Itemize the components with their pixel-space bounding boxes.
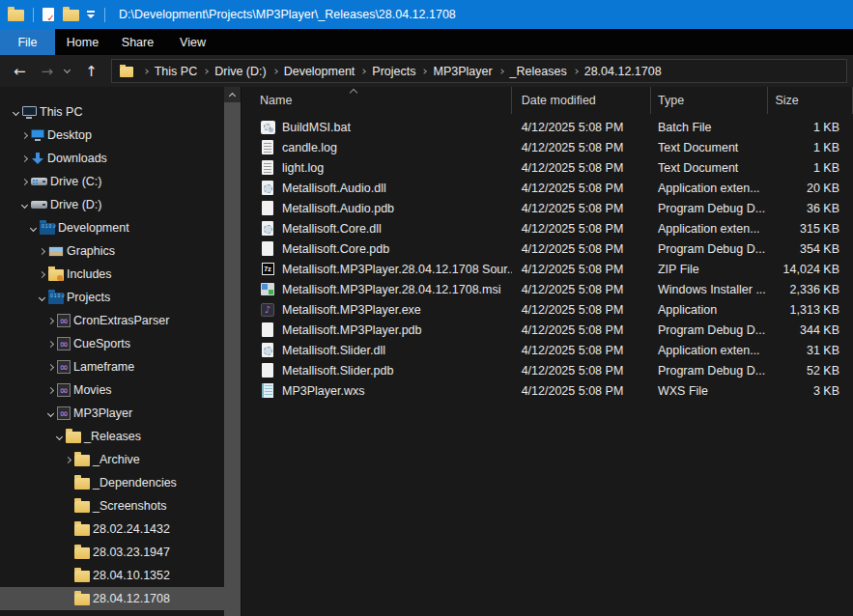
sidebar-item-28-03-23-1947[interactable]: 28.03.23.1947 [0, 541, 224, 564]
tree-chevron-icon[interactable] [39, 270, 45, 277]
breadcrumb-item-development[interactable]: Development [267, 65, 355, 78]
sidebar-item-desktop[interactable]: Desktop [0, 124, 224, 147]
file-row-metallisoft-audio-pdb[interactable]: Metallisoft.Audio.pdb 4/12/2025 5:08 PM … [242, 198, 853, 218]
tab-view[interactable]: View [165, 29, 220, 55]
tree-item-label: This PC [40, 105, 82, 119]
sidebar-item-movies[interactable]: Movies [0, 378, 224, 402]
file-date-modified: 4/12/2025 5:08 PM [512, 202, 651, 215]
tree-chevron-icon[interactable] [47, 363, 54, 370]
sidebar-item-28-04-12-1708[interactable]: 28.04.12.1708 [0, 587, 224, 610]
sidebar-item-projects[interactable]: Projects [0, 286, 224, 309]
file-row-metallisoft-mp3player-28-04-12-1708-msi[interactable]: Metallisoft.MP3Player.28.04.12.1708.msi … [242, 279, 853, 299]
forward-button[interactable]: → [34, 63, 62, 80]
breadcrumb-item-this-pc[interactable]: This PC [137, 65, 197, 78]
breadcrumb-item-projects[interactable]: Projects [355, 65, 415, 78]
file-row-metallisoft-audio-dll[interactable]: Metallisoft.Audio.dll 4/12/2025 5:08 PM … [242, 178, 853, 198]
tree-item-label: Development [58, 221, 129, 235]
file-row-metallisoft-mp3player-28-04-12-1708-sour-[interactable]: Metallisoft.MP3Player.28.04.12.1708 Sour… [242, 259, 853, 279]
file-row-metallisoft-core-dll[interactable]: Metallisoft.Core.dll 4/12/2025 5:08 PM A… [242, 218, 853, 238]
sidebar-item-28-02-24-1432[interactable]: 28.02.24.1432 [0, 518, 224, 541]
tree-item-label: Desktop [47, 128, 92, 142]
tree-chevron-icon[interactable] [21, 201, 28, 208]
sidebar-item-lameframe[interactable]: Lameframe [0, 355, 224, 378]
back-button[interactable]: ← [6, 63, 34, 80]
breadcrumb-item-28-04-12-1708[interactable]: 28.04.12.1708 [567, 65, 662, 78]
tree-chevron-icon[interactable] [21, 178, 28, 184]
up-button[interactable]: ↑ [77, 63, 105, 80]
file-row-metallisoft-mp3player-pdb[interactable]: Metallisoft.MP3Player.pdb 4/12/2025 5:08… [242, 320, 853, 340]
file-row-mp3player-wxs[interactable]: MP3Player.wxs 4/12/2025 5:08 PM WXS File… [242, 380, 853, 401]
sidebar-item--screenshots[interactable]: _Screenshots [0, 494, 224, 518]
sidebar-item-cronextrasparser[interactable]: CronExtrasParser [0, 309, 224, 332]
tab-file[interactable]: File [0, 29, 55, 55]
tree-chevron-icon[interactable] [47, 317, 54, 323]
sidebar-item-drive-c-[interactable]: Drive (C:) [0, 170, 224, 193]
sidebar-item-graphics[interactable]: Graphics [0, 239, 224, 263]
tree-chevron-icon[interactable] [47, 340, 54, 347]
file-row-light-log[interactable]: light.log 4/12/2025 5:08 PM Text Documen… [242, 157, 853, 178]
column-header-date-modified[interactable]: Date modified [512, 87, 651, 114]
breadcrumb-chevron-icon [360, 69, 366, 74]
sidebar-scrollbar[interactable] [224, 87, 241, 616]
file-size: 2,336 KB [768, 283, 853, 296]
tree-chevron-icon[interactable] [39, 294, 45, 300]
customize-toolbar-dropdown-icon[interactable] [86, 10, 96, 19]
file-date-modified: 4/12/2025 5:08 PM [512, 323, 651, 337]
tab-home[interactable]: Home [55, 29, 110, 55]
breadcrumb-chevron-icon [272, 69, 278, 74]
navigation-bar: ← → ↑ This PC Drive (D:) Development Pro… [0, 55, 853, 87]
file-type: WXS File [651, 384, 768, 398]
address-bar[interactable]: This PC Drive (D:) Development Projects … [111, 59, 847, 83]
desktop-icon [31, 129, 44, 138]
column-header-size[interactable]: Size [768, 87, 853, 114]
tab-share[interactable]: Share [110, 29, 165, 55]
properties-icon[interactable] [43, 8, 54, 21]
file-date-modified: 4/12/2025 5:08 PM [512, 364, 651, 378]
sidebar-item-development[interactable]: Development [0, 216, 224, 239]
file-size: 1,313 KB [768, 303, 853, 317]
file-row-metallisoft-mp3player-exe[interactable]: Metallisoft.MP3Player.exe 4/12/2025 5:08… [242, 299, 853, 320]
sidebar-item-drive-d-[interactable]: Drive (D:) [0, 193, 224, 216]
tree-chevron-icon[interactable] [47, 409, 54, 416]
sidebar-item--archive[interactable]: _Archive [0, 448, 224, 471]
file-row-metallisoft-slider-dll[interactable]: Metallisoft.Slider.dll 4/12/2025 5:08 PM… [242, 340, 853, 360]
tree-item-label: _Releases [84, 430, 141, 443]
tree-chevron-icon[interactable] [13, 108, 19, 115]
column-header-name[interactable]: Name [242, 87, 512, 114]
dll-file-icon [262, 181, 273, 195]
file-row-candle-log[interactable]: candle.log 4/12/2025 5:08 PM Text Docume… [242, 137, 853, 157]
tree-chevron-icon[interactable] [30, 224, 37, 231]
recent-locations-dropdown-icon[interactable] [64, 67, 71, 73]
file-row-metallisoft-core-pdb[interactable]: Metallisoft.Core.pdb 4/12/2025 5:08 PM P… [242, 238, 853, 259]
file-size: 344 KB [768, 323, 853, 337]
tree-chevron-icon[interactable] [21, 131, 28, 138]
sidebar-item-mp3player[interactable]: MP3Player [0, 402, 224, 425]
scrollbar-thumb[interactable] [224, 102, 241, 616]
explorer-folder-icon[interactable] [8, 10, 24, 21]
sidebar-item-28-04-10-1352[interactable]: 28.04.10.1352 [0, 564, 224, 587]
sidebar-item-includes[interactable]: Includes [0, 263, 224, 286]
breadcrumb-item-drive-d-[interactable]: Drive (D:) [197, 65, 266, 78]
sidebar-item-cuesports[interactable]: CueSports [0, 332, 224, 355]
scroll-up-arrow-icon[interactable] [224, 87, 241, 102]
file-date-modified: 4/12/2025 5:08 PM [512, 283, 651, 296]
sidebar-item-downloads[interactable]: Downloads [0, 147, 224, 170]
sidebar-item--dependencies[interactable]: _Dependencies [0, 471, 224, 494]
tree-chevron-icon[interactable] [47, 386, 54, 393]
sidebar-item--releases[interactable]: _Releases [0, 425, 224, 448]
tree-chevron-icon[interactable] [39, 247, 45, 254]
column-header-type[interactable]: Type [651, 87, 768, 114]
breadcrumb-item-mp3player[interactable]: MP3Player [415, 65, 492, 78]
sidebar-item-this-pc[interactable]: This PC [0, 100, 224, 124]
tree-chevron-icon[interactable] [21, 154, 28, 161]
file-size: 52 KB [768, 364, 853, 378]
breadcrumb: This PC Drive (D:) Development Projects … [137, 65, 662, 78]
file-row-metallisoft-slider-pdb[interactable]: Metallisoft.Slider.pdb 4/12/2025 5:08 PM… [242, 360, 853, 380]
tree-chevron-icon[interactable] [65, 456, 71, 462]
file-type: Windows Installer ... [651, 283, 768, 296]
file-name: light.log [282, 161, 324, 175]
tree-chevron-icon[interactable] [56, 433, 63, 439]
file-row-buildmsi-bat[interactable]: BuildMSI.bat 4/12/2025 5:08 PM Batch Fil… [242, 117, 853, 137]
new-folder-icon[interactable] [63, 10, 79, 21]
breadcrumb-item--releases[interactable]: _Releases [493, 65, 567, 78]
